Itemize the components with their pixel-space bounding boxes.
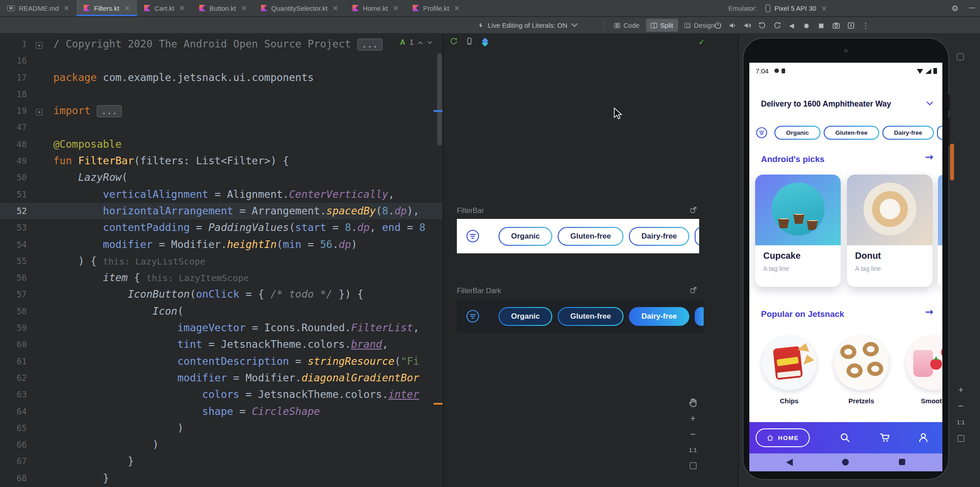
more-icon[interactable]: ⋮	[861, 21, 870, 30]
filter-chip-Dairy-free[interactable]: Dairy-free	[629, 307, 689, 326]
filter-chip-partial[interactable]	[695, 227, 699, 246]
rotate-right-icon[interactable]	[772, 21, 782, 30]
home-button[interactable]	[842, 459, 849, 466]
tab-label: Button.kt	[210, 4, 236, 12]
zoom-actual-button[interactable]: 1:1	[957, 416, 965, 428]
file-tab-Home.kt[interactable]: Home.kt×	[345, 0, 405, 16]
filter-chip-partial[interactable]	[695, 307, 704, 326]
filter-chip-Dairy-free[interactable]: Dairy-free	[882, 126, 934, 140]
partial-card[interactable]	[938, 175, 942, 287]
line-number: 61	[0, 353, 27, 370]
inspections-widget[interactable]: A 1	[400, 38, 432, 47]
power-icon[interactable]	[713, 21, 722, 30]
filter-chip-Organic[interactable]: Organic	[499, 307, 552, 326]
snack-card-Cupcake[interactable]: CupcakeA tag line	[755, 175, 841, 287]
device-icon[interactable]	[465, 37, 474, 47]
filter-chip-partial[interactable]	[937, 126, 942, 140]
emulator-panel-icon[interactable]	[957, 53, 964, 60]
file-tab-Filters.kt[interactable]: Filters.kt×	[77, 0, 137, 16]
emulator-screen[interactable]: 7:04 Delivery to 1600 Amphitheater Way O…	[749, 63, 942, 471]
file-tab-Button.kt[interactable]: Button.kt×	[192, 0, 254, 16]
close-icon[interactable]: ×	[454, 4, 460, 12]
search-icon[interactable]	[839, 431, 851, 444]
filter-chip-Gluten-free[interactable]: Gluten-free	[558, 227, 623, 246]
popular-item-Pretzels[interactable]: Pretzels	[834, 336, 889, 405]
screenshot-icon[interactable]	[831, 21, 841, 30]
zoom-actual-button[interactable]: 1:1	[689, 444, 697, 456]
close-icon[interactable]: ×	[241, 4, 247, 12]
gear-icon[interactable]: ⚙	[951, 0, 959, 17]
chevron-up-icon[interactable]	[418, 41, 423, 44]
arrow-right-icon[interactable]: →	[925, 151, 933, 162]
zoom-in-button[interactable]: +	[958, 384, 963, 396]
filter-chip-Organic[interactable]: Organic	[774, 126, 821, 140]
zoom-out-button[interactable]: −	[690, 428, 696, 440]
view-mode-Split[interactable]: Split	[646, 19, 678, 32]
code-editor[interactable]: 1+/ Copyright 2020 The Android Open Sour…	[0, 34, 443, 487]
build-refresh-icon[interactable]	[449, 37, 458, 47]
picks-card-row: CupcakeA tag lineDonutA tag line	[755, 175, 933, 287]
delivery-address-dropdown[interactable]: Delivery to 1600 Amphitheater Way	[761, 99, 891, 109]
zoom-fit-icon[interactable]	[958, 432, 964, 444]
zoom-out-button[interactable]: −	[958, 400, 963, 412]
minimize-icon[interactable]: —	[968, 0, 975, 17]
popular-item-label: Pretzels	[848, 397, 874, 405]
editor-scrollbar[interactable]	[437, 53, 442, 145]
fold-expand-icon[interactable]: +	[36, 42, 43, 49]
export-icon[interactable]	[689, 206, 697, 214]
code-token: ...	[97, 105, 122, 117]
zoom-fit-icon[interactable]	[690, 460, 696, 471]
snack-card-Donut[interactable]: DonutA tag line	[847, 175, 933, 287]
chevron-down-icon[interactable]	[926, 101, 933, 106]
close-icon[interactable]: ×	[64, 4, 69, 12]
cupcake-detail	[777, 218, 791, 228]
file-tab-QuantitySelector.kt[interactable]: QuantitySelector.kt×	[254, 0, 345, 16]
view-mode-Code[interactable]: Code	[609, 19, 645, 32]
popular-item-Chips[interactable]: Chips	[762, 336, 817, 405]
signal-icon	[925, 69, 931, 74]
export-icon[interactable]	[689, 286, 697, 294]
pretzels-detail	[847, 363, 863, 378]
filter-icon[interactable]	[466, 309, 480, 323]
zoom-in-button[interactable]: +	[690, 413, 696, 424]
filter-chip-Dairy-free[interactable]: Dairy-free	[629, 227, 689, 246]
arrow-right-icon[interactable]: →	[925, 306, 933, 317]
close-icon[interactable]: ×	[393, 4, 399, 12]
overview-icon[interactable]: ■	[817, 21, 826, 30]
code-token: (	[121, 171, 128, 183]
file-tab-README.md[interactable]: MREADME.md×	[0, 0, 77, 16]
filter-chip-Gluten-free[interactable]: Gluten-free	[824, 126, 879, 140]
layers-icon[interactable]	[481, 38, 490, 47]
filter-chip-Organic[interactable]: Organic	[499, 227, 552, 246]
close-icon[interactable]: ×	[821, 4, 827, 13]
close-icon[interactable]: ×	[179, 4, 185, 12]
pan-hand-icon[interactable]	[688, 397, 698, 409]
code-token	[53, 288, 128, 300]
cart-icon[interactable]	[879, 431, 891, 444]
close-icon[interactable]: ×	[124, 4, 130, 12]
close-icon[interactable]: ×	[332, 4, 338, 12]
filter-chip-Gluten-free[interactable]: Gluten-free	[558, 307, 623, 326]
file-tab-Cart.kt[interactable]: Cart.kt×	[137, 0, 192, 16]
filter-icon[interactable]	[756, 127, 768, 139]
rotate-left-icon[interactable]	[757, 21, 767, 30]
volume-down-icon[interactable]	[728, 21, 737, 30]
tab-emulator-device[interactable]: Pixel 5 API 30 ×	[760, 0, 832, 17]
fold-gutter	[27, 470, 52, 487]
file-tab-Profile.kt[interactable]: Profile.kt×	[405, 0, 467, 16]
popular-item-Smooth[interactable]: Smooth	[906, 336, 942, 405]
live-edit-control[interactable]: Live Editing of Literals: ON	[477, 17, 578, 34]
back-icon[interactable]: ◀	[787, 21, 796, 30]
filter-icon[interactable]	[466, 229, 480, 243]
back-button[interactable]	[786, 459, 793, 466]
line-number: 68	[0, 470, 27, 487]
fold-expand-icon[interactable]: +	[36, 109, 43, 115]
snapshot-icon[interactable]	[846, 21, 855, 30]
chevron-down-icon[interactable]	[427, 41, 432, 44]
fold-gutter	[27, 153, 52, 169]
home-icon[interactable]: ●	[802, 21, 811, 30]
volume-up-icon[interactable]	[743, 21, 752, 30]
profile-icon[interactable]	[917, 431, 930, 444]
nav-home-button[interactable]: HOME	[756, 428, 810, 447]
recents-button[interactable]	[899, 459, 905, 465]
